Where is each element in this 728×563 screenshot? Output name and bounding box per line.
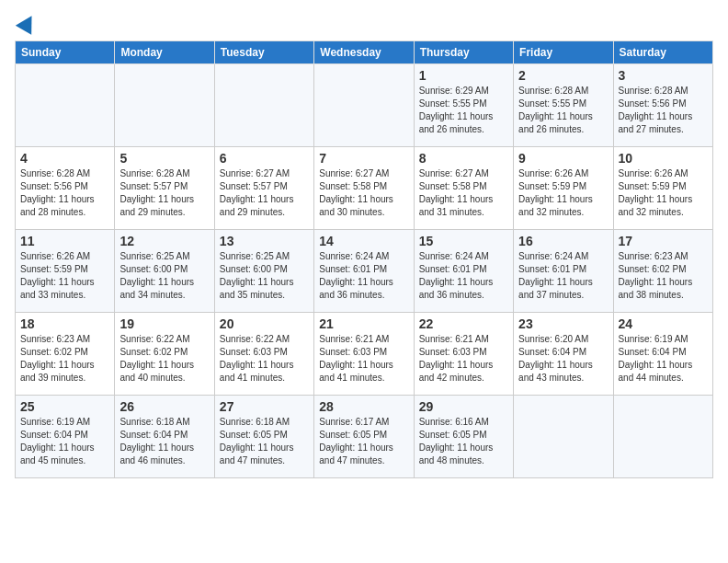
- calendar-header-friday: Friday: [514, 41, 613, 64]
- calendar-cell: 11Sunrise: 6:26 AM Sunset: 5:59 PM Dayli…: [16, 230, 115, 313]
- calendar-cell: 21Sunrise: 6:21 AM Sunset: 6:03 PM Dayli…: [314, 313, 414, 396]
- calendar-cell: [16, 64, 115, 147]
- calendar-week-3: 11Sunrise: 6:26 AM Sunset: 5:59 PM Dayli…: [16, 230, 713, 313]
- calendar-cell: 29Sunrise: 6:16 AM Sunset: 6:05 PM Dayli…: [414, 396, 513, 478]
- calendar-cell: 6Sunrise: 6:27 AM Sunset: 5:57 PM Daylig…: [214, 147, 313, 230]
- calendar-cell: 10Sunrise: 6:26 AM Sunset: 5:59 PM Dayli…: [613, 147, 712, 230]
- day-info: Sunrise: 6:27 AM Sunset: 5:58 PM Dayligh…: [419, 167, 508, 219]
- calendar-header-thursday: Thursday: [414, 41, 513, 64]
- calendar-cell: [214, 64, 313, 147]
- day-number: 25: [20, 399, 109, 414]
- day-info: Sunrise: 6:23 AM Sunset: 6:02 PM Dayligh…: [20, 333, 109, 385]
- calendar-week-5: 25Sunrise: 6:19 AM Sunset: 6:04 PM Dayli…: [16, 396, 713, 478]
- calendar-cell: 3Sunrise: 6:28 AM Sunset: 5:56 PM Daylig…: [613, 64, 712, 147]
- calendar-week-1: 1Sunrise: 6:29 AM Sunset: 5:55 PM Daylig…: [16, 64, 713, 147]
- day-number: 19: [119, 316, 209, 331]
- day-info: Sunrise: 6:20 AM Sunset: 6:04 PM Dayligh…: [518, 333, 608, 385]
- day-info: Sunrise: 6:18 AM Sunset: 6:05 PM Dayligh…: [220, 416, 309, 467]
- calendar-cell: 24Sunrise: 6:19 AM Sunset: 6:04 PM Dayli…: [613, 313, 712, 396]
- day-number: 28: [319, 399, 408, 414]
- day-number: 5: [119, 151, 209, 166]
- day-number: 24: [619, 316, 708, 331]
- calendar-header-sunday: Sunday: [16, 41, 115, 64]
- day-number: 26: [119, 399, 209, 414]
- calendar-cell: 13Sunrise: 6:25 AM Sunset: 6:00 PM Dayli…: [214, 230, 313, 313]
- calendar-table: SundayMondayTuesdayWednesdayThursdayFrid…: [15, 40, 713, 478]
- day-number: 3: [619, 68, 708, 83]
- day-number: 15: [419, 234, 508, 248]
- day-number: 4: [20, 151, 109, 166]
- day-info: Sunrise: 6:28 AM Sunset: 5:57 PM Dayligh…: [119, 167, 209, 219]
- day-info: Sunrise: 6:22 AM Sunset: 6:02 PM Dayligh…: [119, 333, 209, 385]
- day-info: Sunrise: 6:18 AM Sunset: 6:04 PM Dayligh…: [119, 416, 209, 467]
- logo: [15, 15, 37, 31]
- calendar-cell: 16Sunrise: 6:24 AM Sunset: 6:01 PM Dayli…: [514, 230, 613, 313]
- day-number: 9: [518, 151, 608, 166]
- day-number: 2: [518, 68, 608, 83]
- calendar-cell: 20Sunrise: 6:22 AM Sunset: 6:03 PM Dayli…: [214, 313, 313, 396]
- calendar-cell: [115, 64, 214, 147]
- day-info: Sunrise: 6:28 AM Sunset: 5:56 PM Dayligh…: [20, 167, 109, 219]
- calendar-cell: 5Sunrise: 6:28 AM Sunset: 5:57 PM Daylig…: [115, 147, 214, 230]
- calendar-cell: [613, 396, 712, 478]
- logo-triangle-icon: [16, 11, 40, 35]
- day-number: 23: [518, 316, 608, 331]
- calendar-cell: 15Sunrise: 6:24 AM Sunset: 6:01 PM Dayli…: [414, 230, 513, 313]
- day-info: Sunrise: 6:21 AM Sunset: 6:03 PM Dayligh…: [319, 333, 408, 385]
- day-info: Sunrise: 6:25 AM Sunset: 6:00 PM Dayligh…: [220, 250, 309, 302]
- calendar-cell: [314, 64, 414, 147]
- calendar-cell: 1Sunrise: 6:29 AM Sunset: 5:55 PM Daylig…: [414, 64, 513, 147]
- day-info: Sunrise: 6:24 AM Sunset: 6:01 PM Dayligh…: [319, 250, 408, 302]
- day-info: Sunrise: 6:26 AM Sunset: 5:59 PM Dayligh…: [619, 167, 708, 219]
- day-number: 1: [419, 68, 508, 83]
- day-info: Sunrise: 6:26 AM Sunset: 5:59 PM Dayligh…: [20, 250, 109, 302]
- day-number: 21: [319, 316, 408, 331]
- day-number: 18: [20, 316, 109, 331]
- day-info: Sunrise: 6:25 AM Sunset: 6:00 PM Dayligh…: [119, 250, 209, 302]
- calendar-cell: 7Sunrise: 6:27 AM Sunset: 5:58 PM Daylig…: [314, 147, 414, 230]
- calendar-header-tuesday: Tuesday: [214, 41, 313, 64]
- day-number: 8: [419, 151, 508, 166]
- day-info: Sunrise: 6:26 AM Sunset: 5:59 PM Dayligh…: [518, 167, 608, 219]
- calendar-cell: 23Sunrise: 6:20 AM Sunset: 6:04 PM Dayli…: [514, 313, 613, 396]
- day-info: Sunrise: 6:27 AM Sunset: 5:58 PM Dayligh…: [319, 167, 408, 219]
- day-number: 14: [319, 234, 408, 248]
- calendar-week-2: 4Sunrise: 6:28 AM Sunset: 5:56 PM Daylig…: [16, 147, 713, 230]
- day-number: 13: [220, 234, 309, 248]
- day-info: Sunrise: 6:24 AM Sunset: 6:01 PM Dayligh…: [518, 250, 608, 302]
- day-number: 17: [619, 234, 708, 248]
- calendar-cell: 27Sunrise: 6:18 AM Sunset: 6:05 PM Dayli…: [214, 396, 313, 478]
- calendar-cell: 18Sunrise: 6:23 AM Sunset: 6:02 PM Dayli…: [16, 313, 115, 396]
- calendar-cell: 26Sunrise: 6:18 AM Sunset: 6:04 PM Dayli…: [115, 396, 214, 478]
- day-number: 11: [20, 234, 109, 248]
- calendar-cell: 8Sunrise: 6:27 AM Sunset: 5:58 PM Daylig…: [414, 147, 513, 230]
- calendar-cell: 9Sunrise: 6:26 AM Sunset: 5:59 PM Daylig…: [514, 147, 613, 230]
- day-number: 22: [419, 316, 508, 331]
- calendar-header-wednesday: Wednesday: [314, 41, 414, 64]
- day-info: Sunrise: 6:19 AM Sunset: 6:04 PM Dayligh…: [20, 416, 109, 467]
- day-number: 7: [319, 151, 408, 166]
- day-info: Sunrise: 6:22 AM Sunset: 6:03 PM Dayligh…: [220, 333, 309, 385]
- calendar-header-saturday: Saturday: [613, 41, 712, 64]
- day-info: Sunrise: 6:16 AM Sunset: 6:05 PM Dayligh…: [419, 416, 508, 467]
- day-info: Sunrise: 6:17 AM Sunset: 6:05 PM Dayligh…: [319, 416, 408, 467]
- day-info: Sunrise: 6:23 AM Sunset: 6:02 PM Dayligh…: [619, 250, 708, 302]
- calendar-header-monday: Monday: [115, 41, 214, 64]
- day-number: 10: [619, 151, 708, 166]
- day-number: 27: [220, 399, 309, 414]
- day-number: 29: [419, 399, 508, 414]
- calendar-header-row: SundayMondayTuesdayWednesdayThursdayFrid…: [16, 41, 713, 64]
- day-number: 12: [119, 234, 209, 248]
- day-info: Sunrise: 6:28 AM Sunset: 5:56 PM Dayligh…: [619, 85, 708, 136]
- calendar-cell: 12Sunrise: 6:25 AM Sunset: 6:00 PM Dayli…: [115, 230, 214, 313]
- header: [15, 15, 713, 31]
- calendar-cell: [514, 396, 613, 478]
- day-info: Sunrise: 6:19 AM Sunset: 6:04 PM Dayligh…: [619, 333, 708, 385]
- day-info: Sunrise: 6:21 AM Sunset: 6:03 PM Dayligh…: [419, 333, 508, 385]
- calendar-cell: 2Sunrise: 6:28 AM Sunset: 5:55 PM Daylig…: [514, 64, 613, 147]
- calendar-cell: 17Sunrise: 6:23 AM Sunset: 6:02 PM Dayli…: [613, 230, 712, 313]
- day-number: 16: [518, 234, 608, 248]
- calendar-cell: 28Sunrise: 6:17 AM Sunset: 6:05 PM Dayli…: [314, 396, 414, 478]
- calendar-cell: 19Sunrise: 6:22 AM Sunset: 6:02 PM Dayli…: [115, 313, 214, 396]
- calendar-cell: 4Sunrise: 6:28 AM Sunset: 5:56 PM Daylig…: [16, 147, 115, 230]
